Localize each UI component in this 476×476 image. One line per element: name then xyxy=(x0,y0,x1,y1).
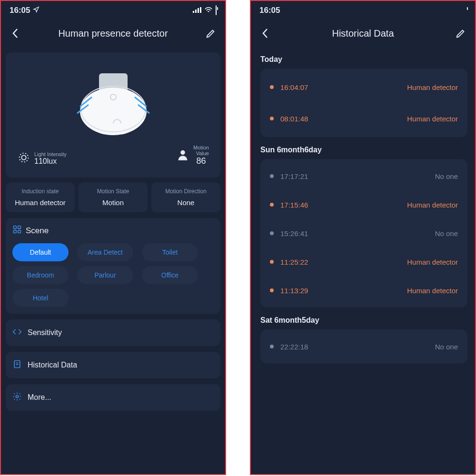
location-icon xyxy=(33,6,40,15)
history-card: 17:17:21No one17:15:46Human detector15:2… xyxy=(260,159,467,307)
svg-rect-20 xyxy=(445,10,446,13)
history-event: Human detector xyxy=(407,287,458,295)
history-event: Human detector xyxy=(407,201,458,209)
status-dot-icon xyxy=(270,85,274,89)
history-time: 11:13:29 xyxy=(280,287,308,295)
history-row[interactable]: 16:04:07Human detector xyxy=(260,71,467,103)
history-time: 16:04:07 xyxy=(280,83,308,91)
svg-rect-11 xyxy=(14,226,17,229)
code-icon xyxy=(12,327,22,338)
edit-button[interactable] xyxy=(453,26,468,41)
back-button[interactable] xyxy=(8,26,23,41)
wifi-icon xyxy=(204,6,213,15)
svg-rect-0 xyxy=(193,11,194,13)
history-row[interactable]: 17:15:46Human detector xyxy=(260,190,467,219)
svg-rect-21 xyxy=(447,8,449,13)
history-event: No one xyxy=(435,229,458,238)
history-event: Human detector xyxy=(407,115,458,123)
status-dot-icon xyxy=(270,288,274,292)
person-icon xyxy=(176,148,189,163)
scene-title: Scene xyxy=(26,226,49,236)
svg-rect-14 xyxy=(18,230,21,233)
history-card: 22:22:18No one xyxy=(260,329,467,364)
tile-motion-state[interactable]: Motion State Motion xyxy=(79,182,148,212)
menu-more[interactable]: More... xyxy=(6,384,220,411)
status-bar: 16:05 xyxy=(251,1,475,20)
history-event: No one xyxy=(435,343,458,351)
motion-label: Motion Value xyxy=(193,145,209,156)
history-row[interactable]: 08:01:48Human detector xyxy=(260,103,467,134)
header: Human presence detector xyxy=(1,20,225,47)
main-screen: 16:05 Human presence detector xyxy=(0,0,226,475)
device-card: Light Intensity 110lux Motion Value 86 xyxy=(6,52,220,178)
history-time: 15:26:41 xyxy=(280,229,308,238)
scene-chip-toilet[interactable]: Toilet xyxy=(142,243,198,261)
history-event: Human detector xyxy=(407,83,458,91)
svg-point-8 xyxy=(21,155,26,159)
page-title: Historical Data xyxy=(273,28,453,39)
scene-section: Scene DefaultArea DetectToiletBedroomPar… xyxy=(6,218,220,314)
history-screen: 16:05 Historical Data Today16:04:07Human… xyxy=(250,0,476,475)
svg-point-10 xyxy=(180,150,185,154)
history-time: 17:15:46 xyxy=(280,201,308,209)
history-row[interactable]: 15:26:41No one xyxy=(260,219,467,248)
back-button[interactable] xyxy=(258,26,273,41)
cellular-icon xyxy=(443,6,451,15)
location-icon xyxy=(283,6,289,15)
document-icon xyxy=(12,359,22,371)
battery-icon xyxy=(466,6,466,15)
scene-chip-bedroom[interactable]: Bedroom xyxy=(12,266,69,284)
status-dot-icon xyxy=(270,231,274,235)
history-event: Human detector xyxy=(407,258,458,266)
svg-rect-12 xyxy=(18,226,21,229)
status-dot-icon xyxy=(270,203,274,207)
history-row[interactable]: 11:13:29Human detector xyxy=(260,276,467,305)
history-group-heading: Sun 6month6day xyxy=(260,146,467,154)
history-card: 16:04:07Human detector08:01:48Human dete… xyxy=(260,69,467,137)
status-bar: 16:05 xyxy=(1,1,225,20)
battery-icon xyxy=(216,6,217,15)
svg-rect-13 xyxy=(14,230,17,233)
scene-chip-default[interactable]: Default xyxy=(12,243,69,261)
tile-induction[interactable]: Induction state Human detector xyxy=(6,182,75,212)
wifi-icon xyxy=(454,6,463,15)
history-row[interactable]: 11:25:22Human detector xyxy=(260,248,467,276)
history-event: No one xyxy=(435,172,458,180)
status-time: 16:05 xyxy=(259,6,280,15)
menu-label: More... xyxy=(28,393,51,402)
status-dot-icon xyxy=(270,260,274,264)
edit-button[interactable] xyxy=(203,26,218,41)
device-image xyxy=(12,59,214,145)
history-row[interactable]: 22:22:18No one xyxy=(260,332,467,361)
tile-motion-direction[interactable]: Motion Direction None xyxy=(151,182,220,212)
svg-point-18 xyxy=(16,396,19,398)
svg-point-9 xyxy=(20,153,29,162)
scene-chip-parlour[interactable]: Parlour xyxy=(77,266,133,284)
svg-rect-22 xyxy=(450,7,451,13)
history-time: 08:01:48 xyxy=(280,115,308,123)
svg-rect-2 xyxy=(198,8,199,13)
light-label: Light Intensity xyxy=(34,151,67,157)
history-time: 11:25:22 xyxy=(280,258,308,266)
menu-label: Sensitivity xyxy=(28,328,62,337)
history-time: 22:22:18 xyxy=(280,343,308,351)
scene-chip-office[interactable]: Office xyxy=(142,266,198,284)
cellular-icon xyxy=(193,6,201,15)
gear-icon xyxy=(12,392,22,403)
state-tiles: Induction state Human detector Motion St… xyxy=(6,182,220,212)
svg-rect-1 xyxy=(195,10,197,13)
header: Historical Data xyxy=(251,20,475,47)
history-row[interactable]: 17:17:21No one xyxy=(260,162,467,190)
status-time: 16:05 xyxy=(10,6,30,15)
status-dot-icon xyxy=(270,174,274,178)
svg-rect-19 xyxy=(443,11,444,13)
status-dot-icon xyxy=(270,345,274,348)
menu-history[interactable]: Historical Data xyxy=(6,352,220,378)
menu-sensitivity[interactable]: Sensitivity xyxy=(6,319,220,346)
scene-chip-hotel[interactable]: Hotel xyxy=(12,289,69,307)
light-value: 110lux xyxy=(34,157,67,166)
history-group-heading: Sat 6month5day xyxy=(260,316,467,325)
scene-chip-area-detect[interactable]: Area Detect xyxy=(77,243,133,261)
light-icon xyxy=(17,151,30,166)
motion-value: 86 xyxy=(193,156,209,166)
